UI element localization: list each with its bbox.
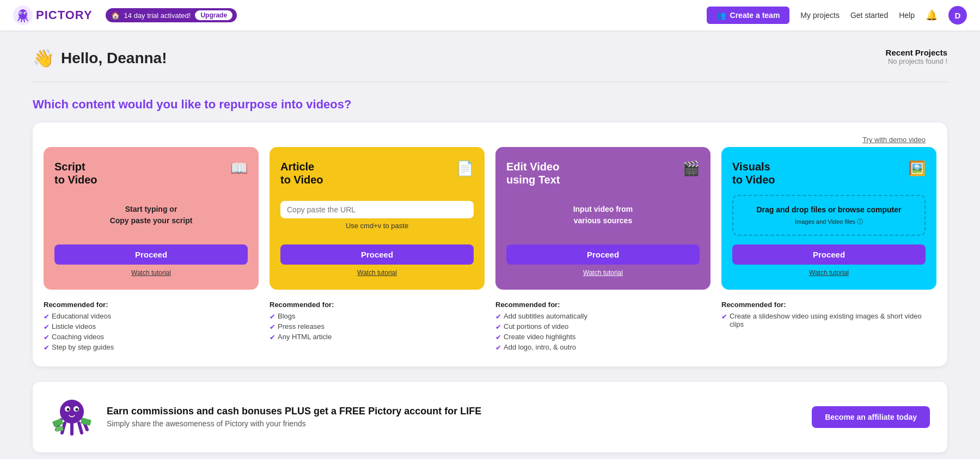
card-header: Visuals to Video 🖼️ [732,160,926,186]
list-item: ✔ Any HTML article [270,333,485,341]
logo-text: PICTORY [36,8,93,22]
card-header: Edit Video using Text 🎬 [506,160,700,186]
article-watch-tutorial[interactable]: Watch tutorial [280,269,474,277]
page-header: 👋 Hello, Deanna! Recent Projects No proj… [33,48,947,69]
nav-help[interactable]: Help [899,11,915,20]
list-item: ✔ Add subtitles automatically [495,312,710,321]
card-body: Input video fromvarious sources [506,195,700,236]
affiliate-banner: Earn commissions and cash bonuses PLUS g… [33,382,947,452]
check-icon: ✔ [44,313,50,321]
svg-point-10 [60,400,84,424]
trial-badge: 🏠 14 day trial activated! Upgrade [106,8,237,22]
list-item: ✔ Educational videos [44,312,259,321]
header-right: 👥 Create a team My projects Get started … [707,6,967,25]
bell-icon[interactable]: 🔔 [926,9,938,21]
list-item: ✔ Create a slideshow video using existin… [721,312,936,328]
visuals-proceed-button[interactable]: Proceed [732,244,926,265]
check-icon: ✔ [270,333,275,341]
svg-point-5 [24,13,26,14]
list-item: ✔ Create video highlights [495,333,710,341]
svg-point-4 [20,13,21,14]
recommended-script: Recommended for: ✔ Educational videos ✔ … [44,301,259,353]
main-content: 👋 Hello, Deanna! Recent Projects No proj… [0,30,980,459]
editvideo-proceed-button[interactable]: Proceed [506,244,700,265]
card-title: Edit Video using Text [506,160,560,186]
drop-zone-text: Drag and drop files or browse computer [742,205,916,216]
recommended-editvideo: Recommended for: ✔ Add subtitles automat… [495,301,710,353]
create-team-button[interactable]: 👥 Create a team [707,7,790,24]
affiliate-subtitle: Simply share the awesomeness of Pictory … [107,419,799,428]
list-item: ✔ Coaching videos [44,333,259,341]
script-proceed-button[interactable]: Proceed [54,244,248,265]
card-script-to-video: Script to Video 📖 Start typing orCopy pa… [44,147,259,290]
check-icon: ✔ [495,323,501,331]
article-icon: 📄 [456,160,474,177]
demo-link-row: Try with demo video [44,136,936,144]
recommended-title: Recommended for: [44,301,259,309]
svg-point-14 [76,408,78,411]
svg-point-1 [19,9,27,19]
url-input-wrapper: Use cmd+v to paste [280,201,474,230]
recommended-grid: Recommended for: ✔ Educational videos ✔ … [44,301,936,353]
svg-line-7 [21,20,22,22]
check-icon: ✔ [44,323,50,331]
card-article-to-video: Article to Video 📄 Use cmd+v to paste Pr… [270,147,485,290]
check-icon: ✔ [270,313,275,321]
visuals-icon: 🖼️ [908,160,926,177]
affiliate-mascot [50,393,94,442]
list-item: ✔ Cut portions of video [495,322,710,331]
card-edit-video: Edit Video using Text 🎬 Input video from… [495,147,710,290]
video-icon: 🎬 [682,160,700,177]
check-icon: ✔ [495,344,501,352]
section-title: Which content would you like to repurpos… [33,97,947,112]
mascot-svg [50,393,94,436]
article-proceed-button[interactable]: Proceed [280,244,474,265]
card-title: Visuals to Video [732,160,775,186]
list-item: ✔ Step by step guides [44,343,259,352]
trial-text: 14 day trial activated! [124,11,191,20]
card-title: Article to Video [280,160,323,186]
card-title: Script to Video [54,160,97,186]
list-item: ✔ Add logo, intro, & outro [495,343,710,352]
url-input[interactable] [280,201,474,218]
script-watch-tutorial[interactable]: Watch tutorial [54,269,248,277]
card-body: Drag and drop files or browse computer I… [732,195,926,236]
check-icon: ✔ [721,313,727,321]
avatar[interactable]: D [948,6,967,25]
recent-projects-title: Recent Projects [886,48,947,57]
card-header: Article to Video 📄 [280,160,474,186]
team-icon: 👥 [716,11,726,20]
cards-grid: Script to Video 📖 Start typing orCopy pa… [44,147,936,290]
recommended-title: Recommended for: [495,301,710,309]
visuals-watch-tutorial[interactable]: Watch tutorial [732,269,926,277]
greeting: 👋 Hello, Deanna! [33,48,167,69]
cards-section: Try with demo video Script to Video 📖 St… [33,123,947,366]
upgrade-button[interactable]: Upgrade [195,10,232,20]
check-icon: ✔ [495,313,501,321]
script-icon: 📖 [230,160,248,177]
header: PICTORY 🏠 14 day trial activated! Upgrad… [0,0,980,30]
paste-hint: Use cmd+v to paste [280,222,474,230]
affiliate-text: Earn commissions and cash bonuses PLUS g… [107,406,799,428]
logo-icon [13,5,33,25]
recommended-article: Recommended for: ✔ Blogs ✔ Press release… [270,301,485,353]
check-icon: ✔ [270,323,275,331]
demo-link[interactable]: Try with demo video [862,136,926,144]
greeting-text: Hello, Deanna! [61,50,167,67]
nav-my-projects[interactable]: My projects [800,11,840,20]
card-visuals-to-video: Visuals to Video 🖼️ Drag and drop files … [721,147,936,290]
recent-projects: Recent Projects No projects found ! [886,48,947,65]
logo: PICTORY [13,5,93,25]
check-icon: ✔ [44,344,50,352]
card-description: Start typing orCopy paste your script [110,204,193,227]
affiliate-button[interactable]: Become an affiliate today [812,406,930,428]
drop-zone-sub: Images and Video files ⓘ [742,218,916,226]
drop-zone[interactable]: Drag and drop files or browse computer I… [732,195,926,236]
editvideo-watch-tutorial[interactable]: Watch tutorial [506,269,700,277]
divider [33,82,947,82]
card-header: Script to Video 📖 [54,160,248,186]
list-item: ✔ Listicle videos [44,322,259,331]
card-body: Start typing orCopy paste your script [54,195,248,236]
nav-get-started[interactable]: Get started [850,11,888,20]
svg-line-8 [24,20,24,22]
